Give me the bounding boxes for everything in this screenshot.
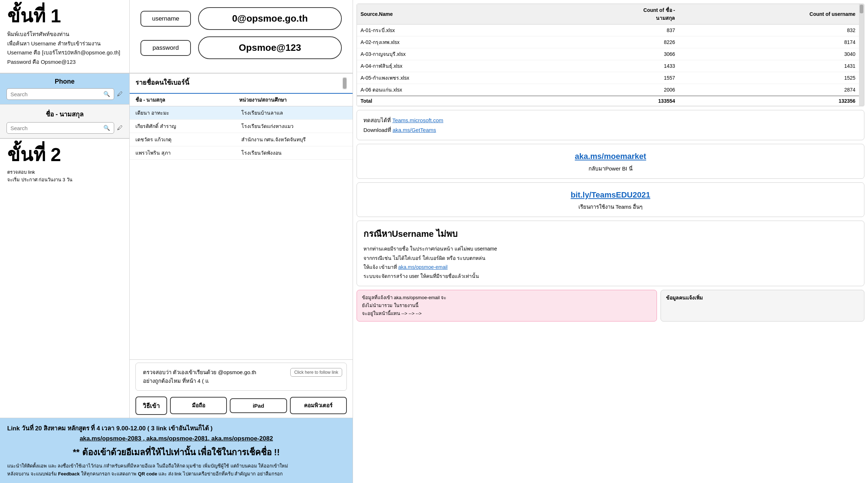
table-total-row: Total 133554 132356: [357, 96, 859, 106]
step1-desc: พิมพ์เบอร์โทรศัพท์ของท่าน เพื่อค้นหา Use…: [7, 30, 122, 66]
total-name: 133554: [547, 96, 679, 106]
col-count-user: Count of username: [679, 4, 859, 25]
bottom-cards: ข้อมูลที่แจ้งเข้า aka.ms/opsmoe-email จะ…: [357, 290, 864, 322]
bottom-section: Link วันที่ 20 สิงหาคม หลักสูตร ที่ 4 เว…: [0, 418, 353, 483]
download-label: Downloadที่: [363, 127, 391, 133]
name-search-row: 🔍 🖊: [6, 122, 123, 134]
name-clear-icon[interactable]: 🖊: [117, 125, 123, 131]
user-list-header: รายชื่อคนใช้เบอร์นี้: [130, 74, 353, 94]
middle-area: Phone 🔍 🖊 ชื่อ - นามสกุล 🔍: [0, 73, 353, 418]
phone-search-input[interactable]: [10, 91, 100, 97]
table-row: A-06 ตอนแก่น.xlsx 2006 2874: [357, 84, 859, 96]
phone-search-row: 🔍 🖊: [6, 88, 123, 100]
step2-prefix: ขั้นที่: [7, 144, 45, 165]
bottom-link-line: Link วันที่ 20 สิงหาคม หลักสูตร ที่ 4 เว…: [7, 423, 345, 433]
total-label: Total: [357, 96, 547, 106]
step1-num: 1: [50, 5, 61, 26]
table-wrap: Source.Name Count of ชื่อ -นามสกุล Count…: [357, 4, 864, 106]
step1-section: ขั้นที่ 1 พิมพ์เบอร์โทรศัพท์ของท่าน เพื่…: [0, 0, 130, 73]
test-label: ทดสอบได้ที่: [363, 117, 391, 123]
step1-title: ขั้นที่ 1: [7, 6, 122, 25]
login-check-text2: อย่างถูกต้องไหม ที่หน้า 4 ( แ: [143, 377, 339, 385]
teams-link[interactable]: Teams.microsoft.com: [392, 117, 443, 123]
username-not-found-card: กรณีหาUsername ไม่พบ หากท่านเคยมีรายชื่อ…: [357, 221, 864, 286]
username-value: 0@opsmoe.go.th: [198, 7, 342, 30]
user-row-2: เกียรติศักดิ์ สำราญ โรงเรียนวัดแก่งหางแม…: [130, 120, 353, 133]
access-method-section: วิธีเข้า มือถือ iPad คอมพิวเตอร์: [130, 394, 353, 418]
teams-edu-desc: เรียนการใช้งาน Teams อื่นๆ: [363, 202, 858, 212]
login-check-box: ตรวจสอบว่า ตัวเองเข้าเรียนด้วย @opsmoe.g…: [135, 363, 347, 391]
table-row: A-03-กาญจนบุรี.xlsx 3066 3040: [357, 48, 859, 60]
user-list-columns: ชื่อ - นามสกุล หน่วยงาน/สถานศึกษา: [130, 94, 353, 106]
gray-card: ข้อมูลคนแจ้งเพิ่ม: [661, 290, 864, 322]
col-name-header: ชื่อ - นามสกุล: [135, 96, 239, 104]
step2-desc: ตรวจสอบ link จะเริ่ม ประกาศ ก่อนวันงาน 3…: [7, 168, 122, 183]
username-not-found-title: กรณีหาUsername ไม่พบ: [363, 226, 858, 241]
mobile-btn[interactable]: มือถือ: [170, 397, 227, 414]
tooltip-bubble[interactable]: Click here to follow link: [290, 368, 342, 377]
password-row: password Opsmoe@123: [140, 36, 342, 59]
name-search-icon: 🔍: [103, 125, 110, 131]
phone-clear-icon[interactable]: 🖊: [117, 91, 123, 97]
table-row: A-04-กาฬสินธุ์.xlsx 1433 1431: [357, 60, 859, 72]
step2-title: ขั้นที่ 2: [7, 145, 122, 164]
user-list-title: รายชื่อคนใช้เบอร์นี้: [135, 77, 189, 89]
access-method-label: วิธีเข้า: [135, 396, 167, 415]
phone-search-wrap[interactable]: 🔍: [6, 88, 114, 100]
data-table: Source.Name Count of ชื่อ -นามสกุล Count…: [357, 4, 859, 106]
user-row-4: แพรวไพริน สุภา โรงเรียนวัดพังงอน: [130, 146, 353, 160]
user-row-3: เตชวัตร แก้วเกตุ สำนักงาน กศน.จังหวัดจัน…: [130, 133, 353, 146]
name-search-input[interactable]: [10, 125, 100, 131]
username-row: username 0@opsmoe.go.th: [140, 7, 342, 30]
bottom-warning: ** ต้องเข้าด้วยอีเมลที่ให้ไปเท่านั้น เพื…: [7, 445, 345, 459]
col-source: Source.Name: [357, 4, 547, 25]
ipad-btn[interactable]: iPad: [230, 398, 287, 413]
username-label: username: [140, 11, 191, 27]
table-row: A-02-กรุงเทพ.xlsx 8226 8174: [357, 36, 859, 48]
bottom-note2: หลังจบงาน จะแนบฟอร์ม Feedback ให้ทุกคนกร…: [7, 470, 345, 478]
bottom-links[interactable]: aka.ms/opsmoe-2083 , aka.ms/opsmoe-2081,…: [7, 435, 345, 442]
username-not-found-desc: หากท่านเคยมีรายชื่อ ในประกาศก่อนหน้า แต่…: [363, 244, 858, 281]
phone-panel: Phone 🔍 🖊: [0, 74, 129, 105]
get-teams-link[interactable]: aka.ms/GetTeams: [393, 127, 436, 133]
source-table: Source.Name Count of ชื่อ -นามสกุล Count…: [357, 4, 864, 106]
user-row-1: เดียนา อาทะมะ โรงเรียนบ้านลาแล: [130, 106, 353, 120]
moemarket-card: aka.ms/moemarket กลับมาPower BI นี่: [357, 144, 864, 179]
password-value: Opsmoe@123: [198, 36, 342, 59]
col-dept-header: หน่วยงาน/สถานศึกษา: [239, 96, 343, 104]
user-list-section: รายชื่อคนใช้เบอร์นี้ ชื่อ - นามสกุล หน่ว…: [130, 74, 353, 360]
step2-section: ขั้นที่ 2 ตรวจสอบ link จะเริ่ม ประกาศ ก่…: [0, 138, 129, 190]
phone-search-icon: 🔍: [103, 91, 110, 97]
teams-edu-card: bit.ly/TeamsEDU2021 เรียนการใช้งาน Teams…: [357, 182, 864, 217]
step2-num: 2: [50, 144, 61, 165]
user-list-rows: เดียนา อาทะมะ โรงเรียนบ้านลาแล เกียรติศั…: [130, 106, 353, 160]
computer-btn[interactable]: คอมพิวเตอร์: [290, 397, 347, 414]
phone-panel-title: Phone: [6, 78, 123, 85]
password-label: password: [140, 40, 191, 56]
total-user: 132356: [679, 96, 859, 106]
name-panel: ชื่อ - นามสกุล 🔍 🖊: [0, 105, 129, 138]
table-row: A-05-กำแพงเพชร.xlsx 1557 1525: [357, 72, 859, 84]
name-panel-title: ชื่อ - นามสกุล: [6, 109, 123, 119]
opsmoe-email-link[interactable]: aka.ms/opsmoe-email: [398, 264, 448, 270]
moemarket-desc: กลับมาPower BI นี่: [363, 164, 858, 173]
moemarket-link[interactable]: aka.ms/moemarket: [363, 149, 858, 164]
name-search-wrap[interactable]: 🔍: [6, 122, 114, 134]
teams-edu-link[interactable]: bit.ly/TeamsEDU2021: [363, 188, 858, 202]
bottom-note1: แนะนำให้ติดตั้งแอพ และ ลงชื่อเข้าใช้เอาไ…: [7, 462, 345, 470]
login-form: username 0@opsmoe.go.th password Opsmoe@…: [130, 0, 353, 73]
right-panel: Source.Name Count of ชื่อ -นามสกุล Count…: [353, 0, 868, 483]
step1-title-prefix: ขั้นที่: [7, 5, 45, 26]
pink-card: ข้อมูลที่แจ้งเข้า aka.ms/opsmoe-email จะ…: [357, 290, 657, 322]
teams-test-card: ทดสอบได้ที่ Teams.microsoft.com Download…: [357, 110, 864, 140]
table-row: A-01-กระบี่.xlsx 837 832: [357, 25, 859, 36]
col-count-name: Count of ชื่อ -นามสกุล: [547, 4, 679, 25]
